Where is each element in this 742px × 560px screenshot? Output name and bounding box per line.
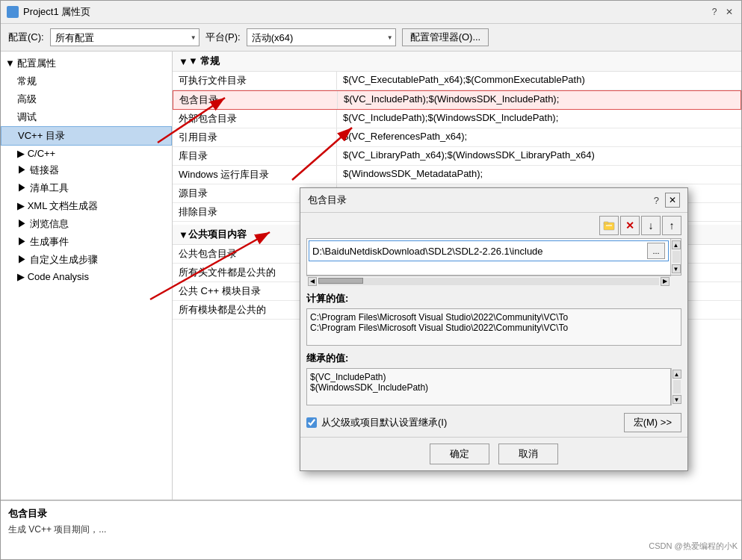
checkbox-row: 从父级或项目默认设置继承(I) 宏(M) >> — [300, 408, 687, 437]
folder-icon — [603, 220, 615, 231]
overlay-title-text: 包含目录 — [308, 193, 347, 207]
expand-icon: ▶ — [17, 254, 30, 265]
platform-select-wrapper[interactable]: 活动(x64) — [247, 28, 396, 46]
list-item-input[interactable] — [312, 246, 647, 257]
config-bar: 配置(C): 所有配置 平台(P): 活动(x64) 配置管理器(O)... — [1, 24, 741, 51]
inherit-scrollbar[interactable]: ▲ ▼ — [671, 368, 681, 405]
inherit-area-wrapper: $(VC_IncludePath) $(WindowsSDK_IncludePa… — [306, 368, 681, 405]
section-label: ▼ 常规 — [188, 55, 220, 68]
overlay-folder-btn[interactable] — [599, 216, 619, 235]
delete-icon: ✕ — [625, 220, 634, 231]
h-scrollbar-area: ◀ ▶ — [306, 276, 681, 286]
inherit-line-2: $(WindowsSDK_IncludePath) — [310, 382, 667, 393]
list-content: ... — [307, 239, 670, 275]
sidebar-item-advanced[interactable]: 高级 — [1, 90, 172, 108]
prop-value: $(VC_IncludePath);$(WindowsSDK_IncludePa… — [338, 91, 741, 109]
cancel-button[interactable]: 取消 — [498, 444, 558, 464]
sidebar-item-browse[interactable]: ▶ 浏览信息 — [1, 215, 172, 233]
prop-row-external-include[interactable]: 外部包含目录 $(VC_IncludePath);$(WindowsSDK_In… — [173, 110, 741, 128]
list-item[interactable]: ... — [309, 240, 669, 261]
config-select-wrapper[interactable]: 所有配置 — [50, 28, 200, 46]
prop-name: Windows 运行库目录 — [173, 166, 337, 184]
calc-title: 计算的值: — [306, 292, 681, 305]
prop-name: 可执行文件目录 — [173, 72, 337, 90]
expand-icon: ▶ — [17, 164, 30, 175]
overlay-title-bar: 包含目录 ? ✕ — [300, 188, 687, 213]
overlay-close-button[interactable]: ✕ — [665, 193, 680, 208]
sidebar-item-label: Code Analysis — [28, 271, 89, 282]
scroll-down-btn[interactable]: ▼ — [673, 395, 681, 404]
prop-row-library[interactable]: 库目录 $(VC_LibraryPath_x64);$(WindowsSDK_L… — [173, 147, 741, 166]
prop-name: 库目录 — [173, 147, 337, 165]
prop-value: $(WindowsSDK_MetadataPath); — [337, 166, 741, 184]
overlay-up-btn[interactable]: ↑ — [662, 216, 681, 235]
close-button[interactable]: ✕ — [723, 6, 735, 18]
platform-select[interactable]: 活动(x64) — [247, 28, 396, 46]
overlay-bottom-buttons: 确定 取消 — [300, 437, 687, 470]
scroll-track — [673, 380, 681, 393]
prop-row-executable[interactable]: 可执行文件目录 $(VC_ExecutablePath_x64);$(Commo… — [173, 72, 741, 90]
sidebar-item-linker[interactable]: ▶ 链接器 — [1, 161, 172, 179]
sidebar-item-cpp[interactable]: ▶ C/C++ — [1, 146, 172, 161]
scroll-up-btn[interactable]: ▲ — [673, 370, 681, 379]
h-scroll-right-btn[interactable]: ▶ — [661, 277, 670, 286]
overlay-toolbar: ✕ ↓ ↑ — [300, 213, 687, 238]
h-scroll-track — [318, 278, 659, 285]
sidebar-item-custom-build[interactable]: ▶ 自定义生成步骤 — [1, 251, 172, 269]
section-arrow: ▼ — [179, 229, 188, 240]
config-manager-button[interactable]: 配置管理器(O)... — [402, 28, 489, 46]
sidebar-item-label: 高级 — [17, 93, 37, 105]
overlay-dialog: 包含目录 ? ✕ ✕ ↓ ↑ — [300, 187, 688, 471]
overlay-delete-btn[interactable]: ✕ — [620, 216, 640, 235]
h-scroll-left-btn[interactable]: ◀ — [308, 277, 317, 286]
corner-spacer — [671, 276, 681, 286]
expand-icon: ▶ — [17, 236, 30, 247]
prop-row-include[interactable]: 包含目录 $(VC_IncludePath);$(WindowsSDK_Incl… — [173, 90, 741, 110]
ok-button[interactable]: 确定 — [430, 444, 489, 464]
h-scrollbar[interactable]: ◀ ▶ — [306, 276, 671, 286]
sidebar: ▼ 配置属性 常规 高级 调试 VC++ 目录 ▶ C/C++ ▶ 链接器 ▶ … — [1, 52, 173, 500]
svg-rect-3 — [604, 222, 608, 224]
prop-value: $(VC_LibraryPath_x64);$(WindowsSDK_Libra… — [337, 147, 741, 165]
config-label: 配置(C): — [8, 31, 44, 44]
sidebar-item-label: XML 文档生成器 — [28, 200, 99, 211]
prop-value: $(VC_ReferencesPath_x64); — [337, 128, 741, 146]
sidebar-item-xml[interactable]: ▶ XML 文档生成器 — [1, 197, 172, 215]
title-bar-left: Project1 属性页 — [7, 5, 90, 19]
config-select[interactable]: 所有配置 — [50, 28, 200, 46]
arrow-up-icon: ↑ — [670, 220, 675, 231]
overlay-down-btn[interactable]: ↓ — [641, 216, 661, 235]
sidebar-item-label: 常规 — [17, 75, 37, 87]
bottom-desc: 生成 VC++ 项目期间，... — [8, 523, 734, 536]
scroll-down-btn[interactable]: ▼ — [672, 264, 681, 273]
sidebar-item-vcpp[interactable]: VC++ 目录 — [1, 126, 172, 146]
list-area-wrapper: ... ▲ ▼ — [306, 238, 681, 276]
scroll-track — [673, 251, 680, 263]
arrow-down-icon: ↓ — [649, 220, 654, 231]
sidebar-root[interactable]: ▼ 配置属性 — [1, 55, 172, 72]
scroll-up-btn[interactable]: ▲ — [672, 240, 681, 249]
sidebar-item-debug[interactable]: 调试 — [1, 108, 172, 126]
calc-box: C:\Program Files\Microsoft Visual Studio… — [306, 308, 681, 346]
inherit-checkbox-label: 从父级或项目默认设置继承(I) — [321, 416, 447, 429]
sidebar-item-manifest[interactable]: ▶ 清单工具 — [1, 179, 172, 197]
dialog-title: Project1 属性页 — [23, 5, 90, 19]
sidebar-item-general[interactable]: 常规 — [1, 72, 172, 90]
macro-button[interactable]: 宏(M) >> — [624, 413, 681, 432]
sidebar-item-label: 生成事件 — [30, 236, 69, 247]
question-btn[interactable]: ? — [708, 6, 720, 18]
sidebar-item-code-analysis[interactable]: ▶ Code Analysis — [1, 269, 172, 284]
list-scrollbar[interactable]: ▲ ▼ — [670, 239, 681, 275]
prop-name: 引用目录 — [173, 128, 337, 146]
sidebar-item-build-events[interactable]: ▶ 生成事件 — [1, 233, 172, 251]
watermark: CSDN @热爱编程的小K — [649, 541, 738, 552]
browse-button[interactable]: ... — [647, 243, 665, 259]
bottom-title: 包含目录 — [8, 507, 734, 520]
prop-row-reference[interactable]: 引用目录 $(VC_ReferencesPath_x64); — [173, 128, 741, 147]
prop-row-winrt[interactable]: Windows 运行库目录 $(WindowsSDK_MetadataPath)… — [173, 166, 741, 184]
inherit-checkbox[interactable] — [306, 417, 317, 428]
section-arrow: ▼ — [179, 56, 188, 67]
svg-rect-4 — [606, 225, 612, 226]
inherit-title: 继承的值: — [306, 352, 681, 365]
prop-name: 包含目录 — [173, 91, 338, 109]
